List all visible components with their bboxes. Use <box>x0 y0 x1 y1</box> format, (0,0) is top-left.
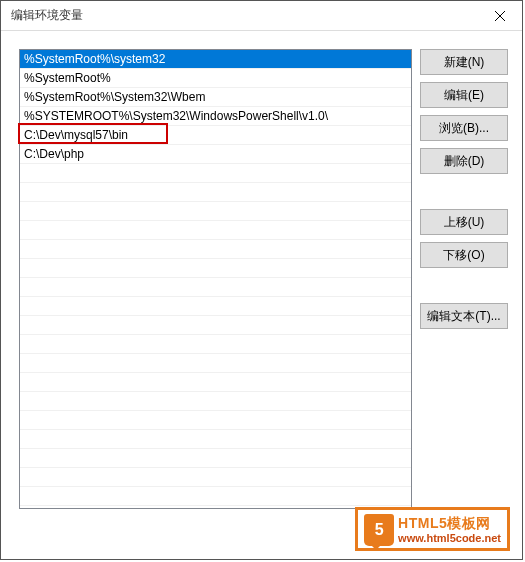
watermark-url: www.html5code.net <box>398 532 501 544</box>
list-item <box>20 240 411 259</box>
list-item[interactable]: C:\Dev\mysql57\bin <box>20 126 411 145</box>
list-item[interactable]: %SystemRoot%\system32 <box>20 50 411 69</box>
list-item <box>20 430 411 449</box>
watermark-title: HTML5模板网 <box>398 516 501 531</box>
html5-badge-icon: 5 <box>364 514 394 546</box>
watermark: 5 HTML5模板网 www.html5code.net <box>355 507 510 551</box>
list-item[interactable]: C:\Dev\php <box>20 145 411 164</box>
new-button[interactable]: 新建(N) <box>420 49 508 75</box>
list-item <box>20 259 411 278</box>
list-item <box>20 468 411 487</box>
browse-button[interactable]: 浏览(B)... <box>420 115 508 141</box>
titlebar: 编辑环境变量 <box>1 1 522 31</box>
dialog-content: %SystemRoot%\system32%SystemRoot%%System… <box>1 31 522 559</box>
dialog-title: 编辑环境变量 <box>11 7 83 24</box>
list-item <box>20 392 411 411</box>
list-item <box>20 221 411 240</box>
close-icon <box>495 11 505 21</box>
environment-variable-dialog: 编辑环境变量 %SystemRoot%\system32%SystemRoot%… <box>0 0 523 560</box>
delete-button[interactable]: 删除(D) <box>420 148 508 174</box>
list-item <box>20 164 411 183</box>
move-up-button[interactable]: 上移(U) <box>420 209 508 235</box>
close-button[interactable] <box>477 1 522 31</box>
list-item <box>20 316 411 335</box>
list-item <box>20 449 411 468</box>
list-item <box>20 202 411 221</box>
path-listbox[interactable]: %SystemRoot%\system32%SystemRoot%%System… <box>19 49 412 509</box>
list-item <box>20 278 411 297</box>
edit-button[interactable]: 编辑(E) <box>420 82 508 108</box>
list-item <box>20 411 411 430</box>
list-item <box>20 183 411 202</box>
list-item[interactable]: %SYSTEMROOT%\System32\WindowsPowerShell\… <box>20 107 411 126</box>
list-item <box>20 487 411 506</box>
button-column: 新建(N) 编辑(E) 浏览(B)... 删除(D) 上移(U) 下移(O) 编… <box>420 49 508 545</box>
move-down-button[interactable]: 下移(O) <box>420 242 508 268</box>
list-item[interactable]: %SystemRoot% <box>20 69 411 88</box>
list-item[interactable]: %SystemRoot%\System32\Wbem <box>20 88 411 107</box>
edit-text-button[interactable]: 编辑文本(T)... <box>420 303 508 329</box>
list-item <box>20 297 411 316</box>
list-item <box>20 354 411 373</box>
list-item <box>20 373 411 392</box>
list-item <box>20 335 411 354</box>
watermark-text: HTML5模板网 www.html5code.net <box>398 516 501 543</box>
